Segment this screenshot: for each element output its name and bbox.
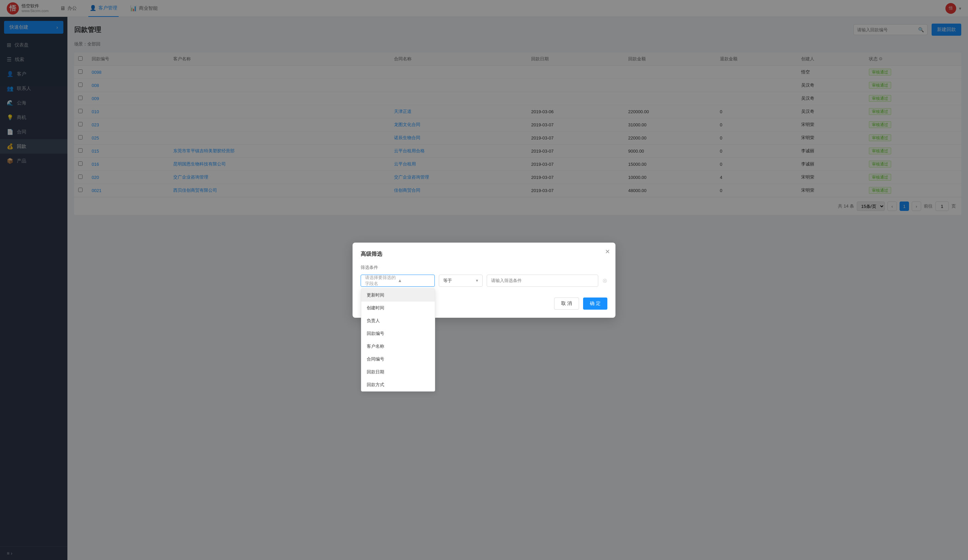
dropdown-item-contract-no[interactable]: 合同编号 bbox=[361, 353, 435, 366]
modal-close-button[interactable]: ✕ bbox=[605, 248, 610, 255]
modal-overlay: 高级筛选 ✕ 筛选条件 请选择要筛选的字段名 ▲ 更新时间 创建时间 负责人 回… bbox=[0, 0, 968, 560]
operator-label: 等于 bbox=[443, 278, 452, 284]
field-dropdown-arrow-icon: ▲ bbox=[398, 278, 430, 283]
filter-value-input[interactable] bbox=[487, 275, 598, 287]
filter-conditions-label: 筛选条件 bbox=[361, 265, 607, 270]
modal-title: 高级筛选 bbox=[361, 251, 607, 258]
field-select-dropdown[interactable]: 请选择要筛选的字段名 ▲ 更新时间 创建时间 负责人 回款编号 客户名称 合同编… bbox=[361, 275, 435, 287]
field-select-placeholder: 请选择要筛选的字段名 bbox=[365, 275, 398, 287]
operator-arrow-icon: ▾ bbox=[476, 278, 478, 283]
confirm-button[interactable]: 确 定 bbox=[583, 298, 607, 310]
dropdown-item-customer-name[interactable]: 客户名称 bbox=[361, 340, 435, 353]
cancel-button[interactable]: 取 消 bbox=[554, 298, 579, 310]
dropdown-item-owner[interactable]: 负责人 bbox=[361, 314, 435, 327]
dropdown-item-payment-date[interactable]: 回款日期 bbox=[361, 366, 435, 378]
dropdown-item-payment-method[interactable]: 回款方式 bbox=[361, 378, 435, 391]
field-dropdown-menu: 更新时间 创建时间 负责人 回款编号 客户名称 合同编号 回款日期 回款方式 bbox=[361, 288, 435, 391]
dropdown-item-update-time[interactable]: 更新时间 bbox=[361, 289, 435, 302]
dropdown-item-create-time[interactable]: 创建时间 bbox=[361, 302, 435, 314]
dropdown-item-payment-no[interactable]: 回款编号 bbox=[361, 327, 435, 340]
operator-select[interactable]: 等于 ▾ bbox=[439, 275, 482, 287]
clear-filter-button[interactable]: ⊗ bbox=[602, 277, 607, 284]
advanced-filter-modal: 高级筛选 ✕ 筛选条件 请选择要筛选的字段名 ▲ 更新时间 创建时间 负责人 回… bbox=[353, 243, 615, 318]
filter-row: 请选择要筛选的字段名 ▲ 更新时间 创建时间 负责人 回款编号 客户名称 合同编… bbox=[361, 275, 607, 287]
